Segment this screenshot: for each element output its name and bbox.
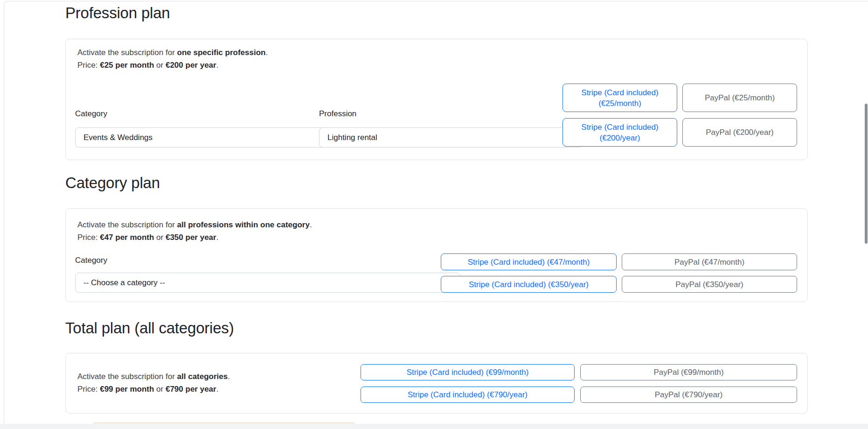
- total-plan-card: Activate the subscription for all catego…: [65, 353, 808, 414]
- plan-price-line: Price: €47 per month or €350 per year.: [77, 231, 312, 244]
- paypal-yearly-button[interactable]: PayPal (€790/year): [580, 387, 797, 403]
- plan-price-line: Price: €99 per month or €790 per year.: [77, 383, 230, 395]
- stripe-monthly-button[interactable]: Stripe (Card included) (€99/month): [361, 364, 575, 380]
- profession-plan-title: Profession plan: [65, 4, 170, 22]
- total-plan-description: Activate the subscription for all catego…: [77, 370, 230, 395]
- paypal-monthly-button[interactable]: PayPal (€47/month): [622, 253, 797, 270]
- stripe-yearly-button[interactable]: Stripe (Card included) (€350/year): [441, 276, 617, 293]
- paypal-monthly-button[interactable]: PayPal (€25/month): [682, 84, 797, 112]
- page-bottom-strip: [0, 424, 868, 429]
- category-plan-description: Activate the subscription for all profes…: [77, 218, 312, 244]
- paypal-yearly-button[interactable]: PayPal (€200/year): [682, 118, 797, 147]
- profession-label: Profession: [319, 109, 356, 119]
- profession-plan-description: Activate the subscription for one specif…: [77, 46, 268, 71]
- stripe-yearly-button[interactable]: Stripe (Card included) (€200/year): [562, 118, 677, 147]
- stripe-yearly-button[interactable]: Stripe (Card included) (€790/year): [361, 387, 575, 403]
- category-select-value: -- Choose a category --: [83, 278, 165, 288]
- category-select-value: Events & Weddings: [83, 133, 153, 142]
- total-plan-title: Total plan (all categories): [65, 319, 234, 338]
- plan-description-line: Activate the subscription for all profes…: [77, 218, 312, 231]
- plan-price-line: Price: €25 per month or €200 per year.: [77, 59, 268, 71]
- profession-plan-card: Activate the subscription for one specif…: [65, 39, 808, 160]
- category-plan-title: Category plan: [65, 174, 160, 192]
- category-label: Category: [75, 255, 107, 266]
- stripe-monthly-button[interactable]: Stripe (Card included) (€47/month): [441, 253, 617, 270]
- category-select[interactable]: Events & Weddings: [75, 127, 339, 148]
- bottom-accent-line: [93, 422, 354, 423]
- plan-description-line: Activate the subscription for one specif…: [77, 46, 268, 59]
- stripe-monthly-button[interactable]: Stripe (Card included) (€25/month): [562, 84, 677, 112]
- paypal-monthly-button[interactable]: PayPal (€99/month): [580, 364, 797, 380]
- scrollbar-thumb[interactable]: [865, 104, 868, 244]
- profession-select-value: Lighting rental: [327, 133, 377, 142]
- category-label: Category: [75, 109, 107, 119]
- plan-description-line: Activate the subscription for all catego…: [77, 370, 230, 383]
- category-select[interactable]: -- Choose a category --: [75, 273, 460, 293]
- profession-select[interactable]: Lighting rental: [319, 127, 583, 148]
- paypal-yearly-button[interactable]: PayPal (€350/year): [622, 276, 797, 293]
- category-plan-card: Activate the subscription for all profes…: [65, 208, 808, 302]
